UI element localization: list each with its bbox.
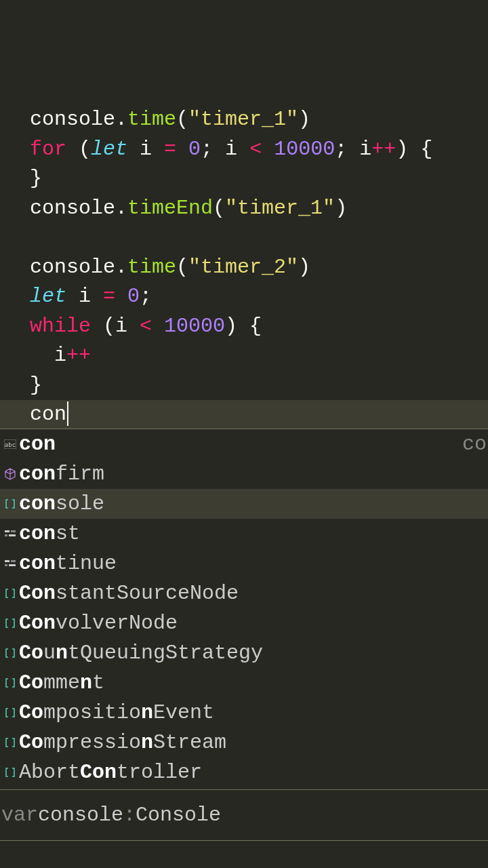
autocomplete-item[interactable]: ConvolverNode bbox=[0, 608, 488, 638]
bracket-icon bbox=[3, 498, 18, 510]
svg-rect-5 bbox=[9, 534, 16, 536]
svg-rect-2 bbox=[5, 530, 9, 532]
keyword-icon bbox=[3, 559, 18, 568]
number: 10000 bbox=[274, 138, 335, 161]
cube-icon bbox=[3, 468, 18, 480]
identifier: console bbox=[30, 256, 115, 279]
string: "timer_1" bbox=[225, 197, 335, 220]
code-line[interactable] bbox=[30, 223, 488, 253]
autocomplete-item[interactable]: abcconco bbox=[0, 429, 488, 459]
svg-rect-4 bbox=[5, 534, 7, 536]
method: timeEnd bbox=[127, 197, 213, 220]
identifier: console bbox=[30, 197, 115, 220]
autocomplete-hint: co bbox=[462, 433, 487, 456]
bracket-icon bbox=[3, 736, 18, 749]
number: 0 bbox=[127, 285, 140, 308]
autocomplete-label: confirm bbox=[19, 462, 104, 486]
detail-keyword: var bbox=[1, 804, 38, 827]
svg-rect-6 bbox=[5, 560, 9, 562]
autocomplete-item[interactable]: CountQueuingStrategy bbox=[0, 638, 488, 668]
autocomplete-item[interactable]: CompressionStream bbox=[0, 728, 488, 757]
method: time bbox=[127, 108, 176, 131]
autocomplete-item[interactable]: console bbox=[0, 489, 488, 519]
code-line[interactable]: console.time("timer_2") bbox=[30, 253, 488, 283]
code-line[interactable]: for (let i = 0; i < 10000; i++) { bbox=[30, 135, 488, 165]
svg-rect-3 bbox=[11, 530, 16, 532]
autocomplete-label: console bbox=[19, 492, 104, 515]
svg-rect-7 bbox=[11, 560, 16, 562]
string: "timer_1" bbox=[188, 108, 298, 131]
autocomplete-label: CompressionStream bbox=[19, 731, 226, 754]
method: time bbox=[127, 256, 176, 279]
autocomplete-popup[interactable]: abcconcoconfirmconsoleconstcontinueConst… bbox=[0, 429, 488, 787]
detail-type: Console bbox=[136, 804, 221, 827]
code-line[interactable]: i++ bbox=[30, 341, 488, 371]
code-line[interactable]: let i = 0; bbox=[30, 282, 488, 312]
autocomplete-item[interactable]: AbortController bbox=[0, 757, 488, 787]
keyword: while bbox=[30, 315, 91, 338]
bracket-icon bbox=[3, 707, 18, 719]
autocomplete-label: AbortController bbox=[19, 761, 202, 784]
code-line[interactable]: } bbox=[30, 371, 488, 401]
code-line-active[interactable]: con bbox=[0, 400, 488, 430]
code-line[interactable]: while (i < 10000) { bbox=[30, 312, 488, 342]
keyword-icon bbox=[3, 529, 18, 538]
autocomplete-item[interactable]: continue bbox=[0, 549, 488, 578]
autocomplete-detail: var console: Console bbox=[0, 789, 488, 841]
autocomplete-label: ConstantSourceNode bbox=[19, 582, 239, 605]
autocomplete-label: continue bbox=[19, 552, 117, 575]
keyword: let bbox=[30, 285, 66, 308]
code-line[interactable]: } bbox=[30, 164, 488, 194]
svg-rect-8 bbox=[5, 564, 7, 566]
typed-text: con bbox=[30, 403, 66, 426]
bracket-icon bbox=[3, 647, 18, 659]
autocomplete-label: CountQueuingStrategy bbox=[19, 642, 263, 665]
detail-name: console bbox=[38, 804, 123, 827]
bracket-icon bbox=[3, 766, 18, 778]
bracket-icon bbox=[3, 617, 18, 629]
cursor bbox=[67, 401, 68, 426]
code-line[interactable]: console.timeEnd("timer_1") bbox=[30, 194, 488, 224]
autocomplete-label: con bbox=[19, 433, 56, 456]
bracket-icon bbox=[3, 587, 18, 599]
code-line[interactable]: console.time("timer_1") bbox=[30, 105, 488, 135]
identifier: console bbox=[30, 108, 115, 131]
autocomplete-item[interactable]: confirm bbox=[0, 459, 488, 489]
svg-rect-9 bbox=[9, 564, 16, 566]
abc-icon: abc bbox=[3, 439, 18, 449]
string: "timer_2" bbox=[188, 256, 298, 279]
autocomplete-item[interactable]: const bbox=[0, 519, 488, 549]
autocomplete-label: CompositionEvent bbox=[19, 701, 214, 724]
autocomplete-item[interactable]: Comment bbox=[0, 668, 488, 698]
bracket-icon bbox=[3, 677, 18, 689]
code-editor[interactable]: console.time("timer_1") for (let i = 0; … bbox=[0, 0, 488, 430]
autocomplete-label: const bbox=[19, 522, 80, 545]
keyword: for bbox=[30, 138, 66, 161]
autocomplete-label: Comment bbox=[19, 671, 104, 694]
autocomplete-item[interactable]: ConstantSourceNode bbox=[0, 578, 488, 608]
autocomplete-label: ConvolverNode bbox=[19, 612, 178, 635]
svg-text:abc: abc bbox=[5, 441, 16, 448]
number: 0 bbox=[188, 138, 201, 161]
keyword: let bbox=[91, 138, 127, 161]
autocomplete-item[interactable]: CompositionEvent bbox=[0, 698, 488, 728]
number: 10000 bbox=[164, 315, 225, 338]
